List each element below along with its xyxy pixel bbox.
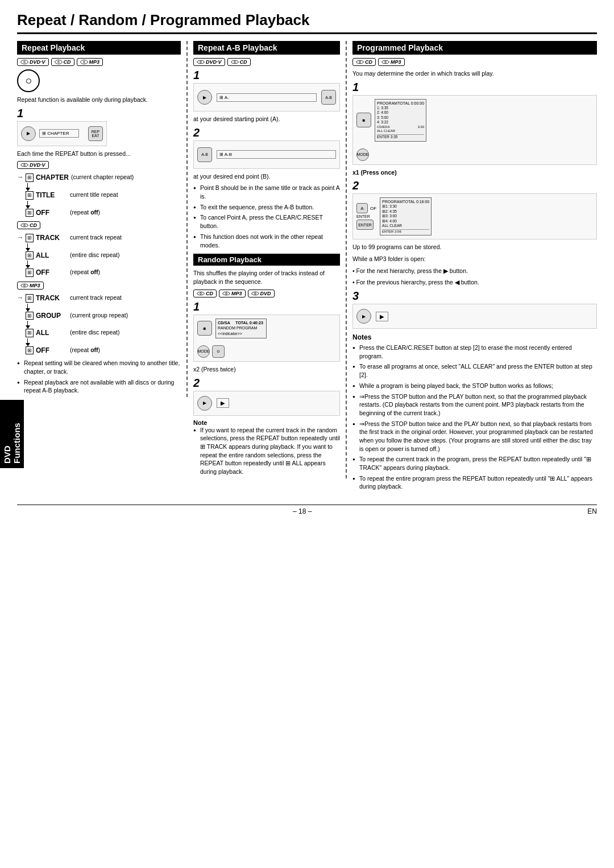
prog-step3-diagram: ▶ ▶ — [352, 304, 597, 329]
mp3-section: MP3 → ⊞ TRACK current track repeat — [17, 282, 128, 357]
mp3-track-row: → ⊞ TRACK current track repeat — [17, 294, 128, 303]
prog-play-display: ▶ — [376, 312, 388, 321]
cd-all-row: → ⊞ ALL (entire disc repeat) — [17, 251, 122, 260]
svg-point-4 — [80, 60, 88, 64]
prog-a-btn: A — [356, 203, 368, 213]
prog-note-7: To repeat the entire program press the R… — [352, 474, 597, 491]
prog-enter-btn: ENTER — [356, 220, 374, 230]
prog-step2-note2: While a MP3 folder is open: — [352, 255, 597, 263]
ab-bullet-2: To exit the sequence, press the A-B butt… — [193, 203, 340, 212]
ab-display-a: ⊞ A- — [217, 93, 317, 102]
prog-step1-label: x1 (Press once) — [352, 168, 597, 177]
prog-note-1: Press the CLEAR/C.RESET button at step [… — [352, 344, 597, 360]
prog-step2-note3: • For the next hierarchy, press the ▶ bu… — [352, 267, 597, 275]
svg-point-21 — [254, 292, 256, 294]
svg-point-8 — [21, 224, 28, 227]
prog-step2-controls: A OF ENTER ENTER — [356, 203, 376, 230]
prog-mode-icon: MODE — [356, 148, 369, 161]
mp3-arrow-down3 — [25, 338, 128, 346]
cd-repeat-items: → ⊞ TRACK current track repeat → ⊞ — [17, 234, 122, 277]
prog-step2-note4: • For the previous hierarchy, press the … — [352, 278, 597, 287]
prog-cd-icon: CD — [352, 58, 376, 66]
play-button-icon: ▶ — [21, 126, 36, 141]
repeat-bullet-1: Repeat setting will be cleared when movi… — [17, 359, 181, 375]
random-screen-display: CD/SA TOTAL 0:40:23 RANDOM PROGRAM <<ind… — [215, 319, 267, 338]
prog-step2-diagram: A OF ENTER ENTER PROGRAMTOTAL 0:18:00 ⊞1… — [352, 193, 597, 239]
prog-step1-diagram: ■ PROGRAMTOTAL 0:00:00 1: 3:35 2: 4:00 3… — [352, 95, 597, 165]
ab-step2-diagram: A-B ⊞ A-B — [193, 140, 340, 169]
main-title: Repeat / Random / Programmed Playback — [17, 11, 597, 34]
repeat-bullet-2: Repeat playback are not available with a… — [17, 378, 181, 395]
cd-track-row: → ⊞ TRACK current track repeat — [17, 234, 122, 242]
step1-num: 1 — [17, 108, 23, 119]
svg-point-13 — [200, 61, 202, 63]
prog-display-2: PROGRAMTOTAL 0:18:00 ⊞1: 3:30 ⊞2: 4:35 ⊞… — [380, 197, 432, 235]
random-note-section: Note If you want to repeat the current t… — [193, 419, 340, 476]
random-note-bullets: If you want to repeat the current track … — [193, 426, 340, 476]
dvd-icon: DVD·V — [17, 58, 49, 66]
random-step1-label: x2 (Press twice) — [193, 365, 340, 374]
footer-page-num: – 18 – — [293, 507, 312, 515]
ab-step1-diagram: ▶ ⊞ A- A-B — [193, 83, 340, 111]
repeat-device-icons: DVD·V CD MP3 — [17, 58, 103, 66]
svg-point-3 — [57, 61, 59, 63]
svg-point-16 — [197, 292, 205, 295]
svg-point-22 — [356, 60, 364, 64]
prog-screen-right: PROGRAMTOTAL 0:00:00 1: 3:35 2: 4:00 3: … — [375, 99, 426, 142]
ab-step1-desc: at your desired starting point (A). — [193, 115, 340, 123]
svg-point-9 — [24, 225, 26, 226]
chapter-display: ⊞ CHAPTER — [39, 129, 79, 138]
cd-arrow-down — [25, 243, 122, 251]
mp3-arrow-down — [25, 304, 128, 312]
prog-note-6: To repeat the current track in the progr… — [352, 455, 597, 472]
random-step1-diagram: ■ CD/SA TOTAL 0:40:23 RANDOM PROGRAM <<i… — [193, 315, 340, 362]
random-header: Random Playback — [193, 254, 340, 266]
random-note-bullet-1: If you want to repeat the current track … — [193, 426, 340, 476]
random-intro: This shuffles the playing order of track… — [193, 269, 340, 286]
svg-point-2 — [55, 60, 62, 64]
prog-header: Programmed Playback — [352, 41, 597, 55]
random-mode-icon: MODE — [197, 345, 210, 358]
ab-bullets: Point B should be in the same title or t… — [193, 184, 340, 249]
cd-section: CD → ⊞ TRACK current track repeat — [17, 221, 122, 279]
ab-bullet-4: This function does not work in the other… — [193, 233, 340, 249]
prog-step2-note1: Up to 99 programs can be stored. — [352, 243, 597, 251]
mp3-group-row: → ⊞ GROUP (current group repeat) — [17, 312, 128, 320]
each-time-note: Each time the REPEAT button is pressed..… — [17, 150, 131, 158]
prog-note-2: To erase all programs at once, select "A… — [352, 362, 597, 379]
prog-notes-section: Notes Press the CLEAR/C.RESET button at … — [352, 333, 597, 491]
prog-notes-header: Notes — [352, 333, 597, 341]
title-row: → ⊞ TITLE current title repeat — [17, 191, 134, 200]
prog-stop-icon: ■ — [356, 113, 371, 127]
mp3-off-row: → ⊞ OFF (repeat off) — [17, 346, 128, 355]
cd-arrow-down2 — [25, 261, 122, 268]
svg-point-24 — [382, 60, 389, 64]
ab-btn2-icon: A-B — [197, 147, 212, 162]
random-step1-num: 1 — [193, 301, 340, 312]
ab-step2-desc: at your desired end point (B). — [193, 172, 340, 181]
prog-note-bullets: Press the CLEAR/C.RESET button at step [… — [352, 344, 597, 491]
prog-display-1: PROGRAMTOTAL 0:00:00 1: 3:35 2: 4:00 3: … — [375, 99, 426, 142]
ab-cd-icon: CD — [227, 58, 251, 66]
random-ok-icon: ⊙ — [212, 345, 225, 358]
ab-display-ab: ⊞ A-B — [217, 150, 336, 159]
prog-note-3: While a program is being played back, th… — [352, 382, 597, 390]
svg-point-20 — [251, 292, 259, 295]
svg-point-10 — [21, 284, 28, 287]
prog-intro: You may determine the order in which tra… — [352, 69, 597, 78]
step1-diagram: ▶ ⊞ CHAPTER REPEAT — [17, 121, 107, 146]
footer-lang: EN — [587, 507, 597, 515]
mp3-repeat-items: → ⊞ TRACK current track repeat → ⊞ — [17, 294, 128, 354]
random-play-icon: ▶ — [197, 396, 212, 411]
random-dvd-icon: DVD — [248, 290, 275, 297]
svg-point-25 — [385, 61, 387, 63]
prog-play-icon: ▶ — [356, 309, 371, 324]
svg-point-14 — [231, 60, 238, 64]
repeat-playback-header: Repeat Playback — [17, 41, 181, 55]
dvdv-section: DVD·V → ⊞ CHAPTER (current chapter repea… — [17, 161, 134, 219]
svg-point-12 — [197, 60, 205, 64]
svg-point-5 — [83, 61, 85, 63]
dvdv-repeat-items: → ⊞ CHAPTER (current chapter repeat) → ⊞ — [17, 173, 134, 217]
svg-point-1 — [24, 61, 26, 63]
random-step2-diagram: ▶ ▶ — [193, 391, 340, 416]
